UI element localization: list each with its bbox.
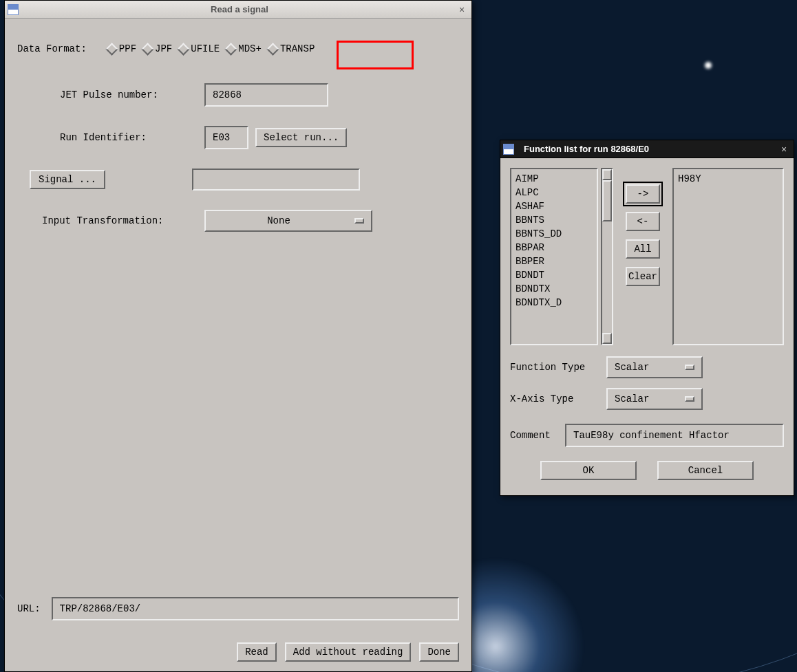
select-run-button[interactable]: Select run... [255, 128, 347, 147]
cancel-button[interactable]: Cancel [657, 461, 754, 480]
x-axis-type-dropdown[interactable]: Scalar [606, 388, 703, 410]
list-item[interactable]: BDNDTX_D [516, 296, 593, 310]
input-transform-label: Input Transformation: [42, 215, 180, 226]
window-title: Read a signal [24, 4, 455, 14]
selected-functions-list[interactable]: H98Y [672, 168, 784, 345]
titlebar[interactable]: Function list for run 82868/E0 × [500, 140, 794, 158]
scroll-up-icon[interactable] [602, 169, 612, 180]
url-label: URL: [17, 603, 41, 614]
radio-ufile[interactable]: UFILE [179, 43, 220, 54]
diamond-icon [141, 43, 153, 55]
run-identifier-label: Run Identifier: [60, 132, 170, 143]
comment-label: Comment [510, 430, 565, 441]
close-icon[interactable]: × [777, 143, 791, 155]
data-format-label: Data Format: [17, 43, 87, 54]
url-input[interactable] [52, 597, 459, 620]
function-list-dialog: Function list for run 82868/E0 × AIMPALP… [500, 140, 794, 496]
move-left-button[interactable]: <- [626, 212, 660, 231]
titlebar[interactable]: Read a signal × [5, 1, 471, 19]
read-signal-dialog: Read a signal × Data Format: PPF JPF UFI… [4, 0, 472, 672]
pulse-number-label: JET Pulse number: [60, 89, 170, 100]
window-icon [503, 144, 514, 155]
x-axis-type-label: X-Axis Type [510, 393, 606, 404]
radio-jpf[interactable]: JPF [143, 43, 172, 54]
list-item[interactable]: BBNTS [516, 213, 593, 227]
list-item[interactable]: H98Y [678, 172, 778, 186]
dropdown-handle-icon [685, 396, 694, 402]
close-icon[interactable]: × [455, 3, 469, 16]
list-item[interactable]: BBPER [516, 254, 593, 268]
comment-input[interactable] [565, 424, 784, 447]
move-right-button[interactable]: -> [626, 184, 660, 204]
scroll-thumb[interactable] [602, 180, 612, 221]
done-button[interactable]: Done [419, 642, 459, 662]
signal-button[interactable]: Signal ... [30, 170, 105, 189]
list-item[interactable]: ASHAF [516, 199, 593, 213]
run-identifier-input[interactable] [204, 126, 248, 149]
diamond-icon [178, 43, 190, 55]
signal-input[interactable] [192, 169, 360, 191]
dropdown-handle-icon [685, 365, 694, 370]
dropdown-handle-icon [354, 218, 364, 224]
diamond-icon [266, 43, 279, 55]
all-button[interactable]: All [626, 239, 660, 259]
available-functions-list[interactable]: AIMPALPCASHAFBBNTSBBNTS_DDBBPARBBPERBDND… [510, 168, 598, 345]
dialog-body: AIMPALPCASHAFBBNTSBBNTS_DDBBPARBBPERBDND… [500, 158, 794, 495]
diamond-icon [105, 43, 118, 55]
list-item[interactable]: BBPAR [516, 241, 593, 254]
radio-transp[interactable]: TRANSP [268, 43, 315, 54]
scrollbar[interactable] [601, 168, 613, 345]
scroll-down-icon[interactable] [602, 333, 612, 344]
add-without-reading-button[interactable]: Add without reading [285, 642, 412, 662]
pulse-number-input[interactable] [204, 83, 328, 107]
list-item[interactable]: AIMP [516, 172, 593, 186]
window-title: Function list for run 82868/E0 [520, 140, 777, 158]
function-type-dropdown[interactable]: Scalar [606, 356, 703, 378]
list-item[interactable]: BBNTS_DD [516, 227, 593, 241]
list-item[interactable]: BDNDT [516, 268, 593, 282]
bg-dot [705, 62, 712, 69]
dialog-body: Data Format: PPF JPF UFILE MDS+ TRANSP J… [5, 19, 471, 671]
read-button[interactable]: Read [237, 642, 277, 662]
highlight-annotation [337, 41, 414, 69]
ok-button[interactable]: OK [540, 461, 637, 480]
function-type-label: Function Type [510, 362, 606, 373]
list-item[interactable]: BDNDTX [516, 282, 593, 296]
list-item[interactable]: ALPC [516, 186, 593, 199]
clear-button[interactable]: Clear [626, 267, 660, 286]
window-icon [8, 4, 19, 15]
diamond-icon [225, 43, 237, 55]
input-transform-dropdown[interactable]: None [204, 210, 372, 232]
radio-ppf[interactable]: PPF [107, 43, 136, 54]
radio-mds[interactable]: MDS+ [226, 43, 262, 54]
